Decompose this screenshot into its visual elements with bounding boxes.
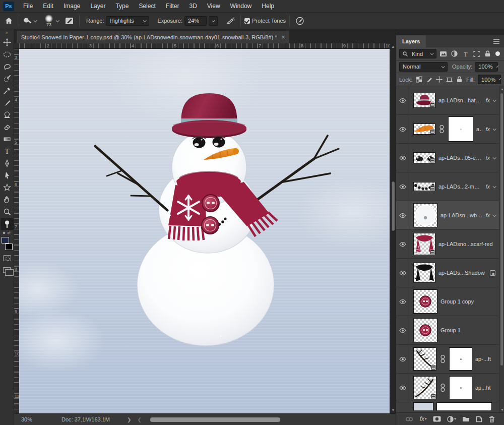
brush-pressure-icon[interactable] [293,14,306,27]
layer-thumbnail[interactable] [413,182,435,191]
visibility-toggle[interactable] [396,201,409,229]
brush-preset-picker[interactable]: 73 [44,15,58,27]
layer-name[interactable]: ap-LADs...05-eyes [438,155,482,161]
lock-image-icon[interactable] [425,75,432,84]
layer-thumbnail[interactable] [413,318,437,342]
filter-pixel-layers-icon[interactable] [439,49,448,58]
add-mask-icon[interactable] [433,416,441,422]
visibility-toggle[interactable] [396,316,409,344]
layer-row-eyes[interactable]: ap-LADs...05-eyes fx [396,144,499,172]
tool-eraser[interactable] [1,121,14,133]
opacity-value[interactable]: 100% [475,62,498,72]
fx-badge[interactable]: fx [485,212,490,218]
scroll-up-icon[interactable]: ▲ [500,87,504,91]
exposure-value[interactable]: 24% [184,16,207,26]
tool-hand[interactable] [1,194,14,206]
link-layers-icon[interactable] [405,417,413,421]
vertical-scroll-thumb[interactable] [391,181,395,231]
layer-row-scarf[interactable]: ap-LADsno...scarf-red [396,230,499,259]
fx-collapse-icon[interactable] [493,185,496,188]
filter-shape-layers-icon[interactable] [472,49,481,58]
tool-type[interactable]: T [1,145,14,157]
tool-brush[interactable] [1,97,14,109]
layer-thumbnail[interactable] [413,152,435,163]
layer-thumbnail[interactable] [413,347,436,371]
menu-3d[interactable]: 3D [184,0,202,12]
layer-row-partial[interactable] [396,402,499,410]
toolbar-collapse-icon[interactable]: » [5,30,8,36]
layer-name[interactable]: ap...ht [475,385,496,391]
layer-name[interactable]: ap-LADs...Shadow [438,270,487,276]
layer-thumbnail[interactable] [413,93,435,108]
new-group-icon[interactable] [462,416,470,422]
menu-edit[interactable]: Edit [38,0,58,12]
layer-thumbnail[interactable] [413,124,435,135]
close-tab-icon[interactable]: × [281,34,285,41]
visibility-toggle[interactable] [396,144,409,172]
tool-zoom[interactable] [1,206,14,218]
home-icon[interactable] [2,14,15,27]
visibility-toggle[interactable] [396,345,409,373]
layer-name[interactable]: ap-LADsn...hat-red [438,97,482,103]
layer-mask-thumbnail[interactable] [449,347,472,371]
tool-dodge[interactable] [1,218,14,230]
layer-thumbnail[interactable] [413,402,433,410]
layer-row-arm-right[interactable]: ap...ht [396,374,499,402]
visibility-toggle[interactable] [396,115,409,143]
tool-lasso[interactable] [1,60,14,73]
layer-name[interactable]: Group 1 [440,327,496,333]
visibility-toggle[interactable] [396,172,409,201]
blend-mode-select[interactable]: Normal [399,62,448,72]
mask-link-icon[interactable] [439,354,446,363]
canvas-vertical-scrollbar[interactable]: ▲ ▼ [390,43,396,413]
visibility-toggle[interactable] [396,259,409,287]
tool-path-select[interactable] [1,169,14,181]
tab-layers[interactable]: Layers [396,35,426,47]
menu-image[interactable]: Image [58,0,85,12]
tool-quick-selection[interactable] [1,73,14,85]
document-canvas[interactable] [19,49,390,413]
default-swap-colors-icon[interactable]: ■⇄ [3,230,11,235]
mask-link-icon[interactable] [439,383,446,392]
fx-badge[interactable]: fx [485,97,490,103]
layer-row-snowball-selected[interactable]: ap-LADsn...wball-3 fx [396,201,499,230]
visibility-toggle[interactable] [396,374,409,402]
layer-name[interactable]: ap-LADs...2-mouth [438,184,482,190]
tool-preset[interactable] [23,17,36,24]
brush-settings-panel-icon[interactable] [62,14,76,27]
document-size-info[interactable]: Doc: 37.1M/163.1M [61,416,110,422]
background-color-swatch[interactable] [5,244,13,250]
filter-smart-objects-icon[interactable] [483,49,492,58]
tool-marquee[interactable] [1,48,14,60]
filter-adjustment-layers-icon[interactable] [450,49,459,58]
layer-row-mouth[interactable]: ap-LADs...2-mouth fx [396,172,499,201]
color-swatches[interactable] [1,237,13,250]
layer-mask-thumbnail[interactable] [436,402,492,410]
scroll-down-icon[interactable]: ▼ [500,408,504,411]
fx-collapse-icon[interactable] [493,156,496,159]
quick-mask-button[interactable] [3,255,11,261]
lock-all-icon[interactable] [456,75,463,84]
layer-name[interactable]: ap-LADsno...scarf-red [438,241,496,247]
ruler-corner[interactable] [14,43,19,49]
clipped-effect-badge-icon[interactable] [490,270,495,276]
vertical-ruler[interactable]: 34567891011 [14,49,19,413]
fx-collapse-icon[interactable] [493,127,496,131]
layer-name[interactable]: ap-...ft [475,356,496,362]
fx-badge[interactable]: fx [485,126,490,132]
screen-mode-button[interactable] [3,267,11,273]
foreground-color-swatch[interactable] [2,237,9,244]
fx-badge[interactable]: fx [485,155,490,161]
layer-row-group1copy[interactable]: Group 1 copy [396,287,499,316]
layer-thumbnail[interactable] [413,263,435,283]
visibility-toggle[interactable] [396,230,409,258]
filter-type-layers-icon[interactable]: T [461,49,470,58]
layer-thumbnail[interactable] [413,233,435,255]
menu-window[interactable]: Window [225,0,257,12]
menu-select[interactable]: Select [134,0,160,12]
layer-thumbnail[interactable] [413,289,437,314]
airbrush-icon[interactable] [224,14,237,27]
menu-filter[interactable]: Filter [161,0,184,12]
layer-thumbnail[interactable] [413,376,436,399]
status-flyout-icon[interactable]: ❯ [127,417,131,422]
